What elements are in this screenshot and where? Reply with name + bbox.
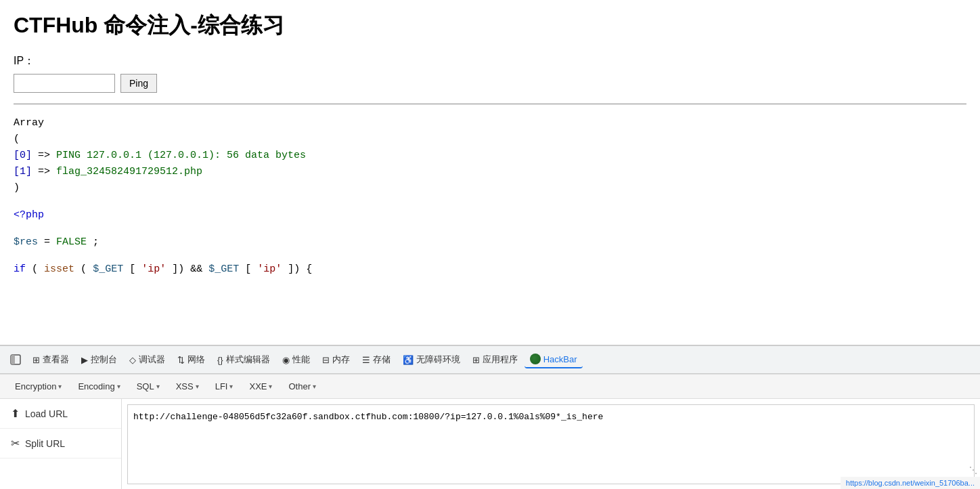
output-line-9: $res = FALSE ; [14, 234, 966, 251]
page-title: CTFHub 命令注入-综合练习 [14, 11, 966, 41]
devtools-network[interactable]: ⇅ 网络 [172, 351, 210, 368]
load-url-button[interactable]: ⬆ Load URL [0, 399, 121, 429]
other-label: Other [288, 381, 311, 391]
inspector-icon: ⊞ [32, 355, 40, 365]
other-arrow-icon: ▾ [313, 383, 316, 390]
resize-handle[interactable]: ⋱ [966, 463, 980, 477]
load-url-label: Load URL [25, 408, 68, 419]
encryption-label: Encryption [15, 381, 56, 391]
ip-row: Ping [14, 74, 966, 93]
split-url-button[interactable]: ✂ Split URL [0, 429, 121, 459]
encryption-arrow-icon: ▾ [58, 383, 62, 390]
load-url-icon: ⬆ [11, 407, 20, 420]
url-input[interactable] [127, 404, 975, 484]
menu-xxe[interactable]: XXE ▾ [242, 379, 279, 394]
menu-other[interactable]: Other ▾ [282, 379, 323, 394]
status-url: https://blog.csdn.net/weixin_51706ba... [846, 479, 975, 487]
hackbar-sidebar: ⬆ Load URL ✂ Split URL [0, 399, 122, 489]
ping-button[interactable]: Ping [120, 74, 157, 93]
performance-label: 性能 [292, 354, 310, 366]
output-line-2: ( [14, 131, 966, 148]
memory-label: 内存 [332, 354, 350, 366]
output-line-5: ) [14, 180, 966, 196]
storage-icon: ☰ [362, 355, 370, 365]
output-line-3: [0] => PING 127.0.0.1 (127.0.0.1): 56 da… [14, 148, 966, 164]
menu-encoding[interactable]: Encoding ▾ [71, 379, 127, 394]
hackbar-content: ⬆ Load URL ✂ Split URL [0, 399, 980, 489]
xss-label: XSS [176, 381, 194, 391]
encoding-label: Encoding [78, 381, 114, 391]
devtools-memory[interactable]: ⊟ 内存 [317, 351, 355, 368]
hackbar-globe-icon [530, 354, 541, 364]
lfi-label: LFI [215, 381, 228, 391]
devtools-accessibility[interactable]: ♿ 无障碍环境 [397, 351, 466, 368]
output-line-1: Array [14, 115, 966, 131]
output-line-7: <?php [14, 207, 966, 224]
output-line-11: if ( isset ( $_GET [ 'ip' ]) && $_GET [ … [14, 261, 966, 278]
output-area: Array ( [0] => PING 127.0.0.1 (127.0.0.1… [14, 115, 966, 278]
lfi-arrow-icon: ▾ [229, 383, 233, 390]
menu-encryption[interactable]: Encryption ▾ [8, 379, 68, 394]
hackbar-menu: Encryption ▾ Encoding ▾ SQL ▾ XSS ▾ LFI … [0, 375, 980, 399]
style-editor-label: 样式编辑器 [226, 354, 270, 366]
console-icon: ▶ [81, 355, 88, 365]
devtools-console[interactable]: ▶ 控制台 [76, 351, 122, 368]
storage-label: 存储 [373, 354, 391, 366]
hackbar-label: HackBar [543, 354, 577, 364]
accessibility-icon: ♿ [403, 355, 414, 365]
network-icon: ⇅ [177, 355, 185, 365]
devtools-performance[interactable]: ◉ 性能 [277, 351, 315, 368]
console-label: 控制台 [91, 354, 117, 366]
devtools-bar: ⊞ 查看器 ▶ 控制台 ◇ 调试器 ⇅ 网络 {} 样式编辑器 ◉ 性能 ⊟ 内… [0, 345, 980, 374]
menu-sql[interactable]: SQL ▾ [130, 379, 166, 394]
hackbar-url-area [122, 399, 980, 489]
devtools-application[interactable]: ⊞ 应用程序 [467, 351, 523, 368]
devtools-storage[interactable]: ☰ 存储 [357, 351, 396, 368]
devtools-inspector[interactable]: ⊞ 查看器 [27, 351, 74, 368]
separator [14, 104, 966, 104]
svg-rect-1 [11, 355, 15, 364]
split-url-icon: ✂ [11, 437, 20, 450]
network-label: 网络 [187, 354, 205, 366]
devtools-toggle-icon[interactable] [5, 349, 26, 370]
xss-arrow-icon: ▾ [196, 383, 199, 390]
style-editor-icon: {} [217, 355, 223, 365]
main-content: CTFHub 命令注入-综合练习 IP： Ping Array ( [0] =>… [0, 0, 980, 345]
devtools-hackbar[interactable]: HackBar [525, 351, 583, 368]
memory-icon: ⊟ [322, 355, 330, 365]
status-bar: https://blog.csdn.net/weixin_51706ba... [841, 477, 980, 489]
xxe-label: XXE [249, 381, 267, 391]
sql-label: SQL [137, 381, 154, 391]
accessibility-label: 无障碍环境 [416, 354, 460, 366]
debugger-label: 调试器 [139, 354, 165, 366]
ip-label: IP： [14, 54, 966, 68]
sql-arrow-icon: ▾ [156, 383, 160, 390]
output-line-4: [1] => flag_324582491729512.php [14, 164, 966, 180]
menu-lfi[interactable]: LFI ▾ [208, 379, 240, 394]
debugger-icon: ◇ [129, 355, 136, 365]
application-icon: ⊞ [472, 355, 480, 365]
xxe-arrow-icon: ▾ [269, 383, 272, 390]
devtools-debugger[interactable]: ◇ 调试器 [124, 351, 171, 368]
application-label: 应用程序 [483, 354, 518, 366]
inspector-label: 查看器 [43, 354, 69, 366]
split-url-label: Split URL [25, 438, 65, 449]
hackbar-panel: Encryption ▾ Encoding ▾ SQL ▾ XSS ▾ LFI … [0, 374, 980, 489]
devtools-style-editor[interactable]: {} 样式编辑器 [212, 351, 275, 368]
ip-input[interactable] [14, 74, 115, 93]
performance-icon: ◉ [282, 355, 290, 365]
menu-xss[interactable]: XSS ▾ [169, 379, 206, 394]
encoding-arrow-icon: ▾ [117, 383, 120, 390]
